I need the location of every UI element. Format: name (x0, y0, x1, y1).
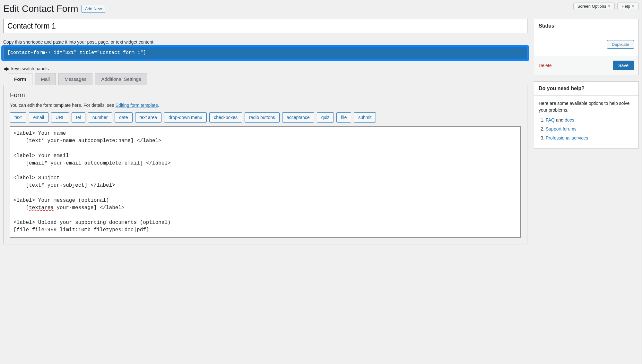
tag-file-button[interactable]: file (336, 112, 351, 123)
help-item-faq-docs: FAQ and docs (546, 117, 634, 123)
tag-tel-button[interactable]: tel (72, 112, 85, 123)
help-button[interactable]: Help ▼ (617, 3, 639, 10)
chevron-down-icon: ▼ (631, 4, 635, 8)
tab-mail[interactable]: Mail (35, 73, 56, 85)
help-item-professional: Professional services (546, 135, 634, 141)
help-item-forums: Support forums (546, 126, 634, 132)
duplicate-button[interactable]: Duplicate (607, 40, 634, 49)
faq-link[interactable]: FAQ (546, 117, 555, 123)
help-intro: Here are some available options to help … (539, 100, 634, 114)
tag-number-button[interactable]: number (88, 112, 112, 123)
keys-switch-label: keys switch panels (11, 66, 49, 71)
tab-additional-settings[interactable]: Additional Settings (95, 73, 147, 85)
support-forums-link[interactable]: Support forums (546, 126, 577, 131)
chevron-down-icon: ▼ (607, 4, 611, 8)
screen-options-label: Screen Options (577, 4, 606, 9)
tag-date-button[interactable]: date (115, 112, 132, 123)
add-new-button[interactable]: Add New (82, 5, 106, 13)
arrows-icon: ◀▶ (3, 66, 9, 71)
professional-services-link[interactable]: Professional services (546, 135, 588, 140)
tag-radio-button[interactable]: radio buttons (245, 112, 280, 123)
tag-text-button[interactable]: text (10, 112, 26, 123)
shortcode-hint: Copy this shortcode and paste it into yo… (3, 39, 527, 45)
docs-link[interactable]: docs (565, 117, 574, 123)
delete-link[interactable]: Delete (539, 63, 551, 68)
tag-email-button[interactable]: email (29, 112, 48, 123)
tag-dropdown-button[interactable]: drop-down menu (164, 112, 207, 123)
tag-url-button[interactable]: URL (51, 112, 69, 123)
tag-quiz-button[interactable]: quiz (317, 112, 334, 123)
editing-form-template-link[interactable]: Editing form template (116, 103, 158, 108)
tag-acceptance-button[interactable]: acceptance (282, 112, 314, 123)
panel-description: You can edit the form template here. For… (10, 103, 521, 108)
tag-checkboxes-button[interactable]: checkboxes (209, 112, 242, 123)
help-box-title: Do you need help? (534, 82, 638, 96)
screen-options-button[interactable]: Screen Options ▼ (573, 3, 615, 10)
shortcode-field[interactable] (3, 47, 527, 59)
panel-title: Form (10, 91, 521, 99)
form-title-input[interactable] (3, 19, 527, 33)
tab-messages[interactable]: Messages (58, 73, 92, 85)
save-button[interactable]: Save (613, 61, 634, 70)
status-box-title: Status (534, 19, 638, 33)
page-title: Edit Contact Form (3, 4, 78, 14)
form-template-editor[interactable]: <label> Your name [text* your-name autoc… (10, 126, 521, 238)
help-label: Help (621, 4, 630, 9)
tab-form[interactable]: Form (8, 73, 32, 85)
tag-submit-button[interactable]: submit (354, 112, 376, 123)
tag-textarea-button[interactable]: text area (135, 112, 161, 123)
